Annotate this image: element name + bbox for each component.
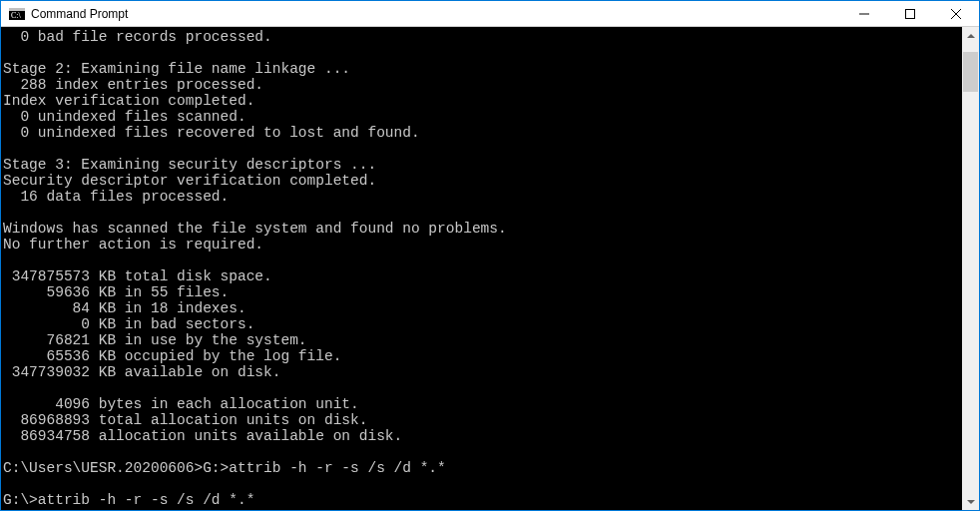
scroll-up-button[interactable] [962, 27, 979, 44]
svg-marker-8 [967, 500, 975, 504]
scroll-track[interactable] [962, 44, 979, 493]
svg-marker-7 [967, 34, 975, 38]
svg-rect-4 [906, 9, 915, 18]
svg-text:C:\: C:\ [11, 11, 22, 20]
scroll-thumb[interactable] [963, 52, 978, 92]
vertical-scrollbar[interactable] [962, 27, 979, 510]
minimize-button[interactable] [841, 1, 887, 26]
client-area: 0 bad file records processed. Stage 2: E… [1, 27, 979, 510]
app-icon: C:\ [9, 6, 25, 22]
window-title: Command Prompt [31, 7, 841, 21]
command-prompt-window: C:\ Command Prompt 0 bad file records pr… [0, 0, 980, 511]
terminal-output[interactable]: 0 bad file records processed. Stage 2: E… [1, 27, 962, 510]
window-controls [841, 1, 979, 26]
title-bar[interactable]: C:\ Command Prompt [1, 1, 979, 27]
maximize-button[interactable] [887, 1, 933, 26]
scroll-down-button[interactable] [962, 493, 979, 510]
close-button[interactable] [933, 1, 979, 26]
